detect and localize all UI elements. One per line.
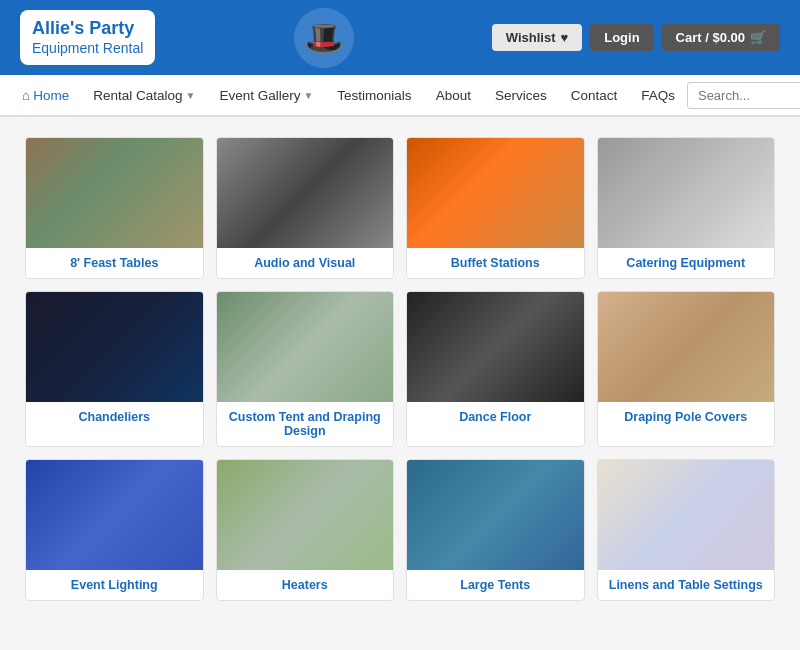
navbar: ⌂ Home Rental Catalog ▼ Event Gallery ▼ … xyxy=(0,75,800,117)
product-label: Heaters xyxy=(217,570,394,600)
grid-item[interactable]: Draping Pole Covers xyxy=(597,291,776,447)
product-image xyxy=(217,460,394,570)
product-image xyxy=(407,460,584,570)
product-label: Dance Floor xyxy=(407,402,584,432)
login-button[interactable]: Login xyxy=(590,24,653,51)
logo-line2: Equipment Rental xyxy=(32,40,143,57)
login-label: Login xyxy=(604,30,639,45)
product-label: Chandeliers xyxy=(26,402,203,432)
grid-item[interactable]: Audio and Visual xyxy=(216,137,395,279)
grid-item[interactable]: Event Lighting xyxy=(25,459,204,601)
product-label: Linens and Table Settings xyxy=(598,570,775,600)
nav-home[interactable]: ⌂ Home xyxy=(10,78,81,113)
product-image xyxy=(26,292,203,402)
product-label: Custom Tent and Draping Design xyxy=(217,402,394,446)
nav-rental-catalog[interactable]: Rental Catalog ▼ xyxy=(81,78,207,113)
grid-item[interactable]: Heaters xyxy=(216,459,395,601)
product-label: Draping Pole Covers xyxy=(598,402,775,432)
nav-event-gallery[interactable]: Event Gallery ▼ xyxy=(207,78,325,113)
product-grid: 8' Feast TablesAudio and VisualBuffet St… xyxy=(25,137,775,601)
search-container: 🔍 xyxy=(687,82,800,109)
product-image xyxy=(598,138,775,248)
product-image xyxy=(407,292,584,402)
product-image xyxy=(26,138,203,248)
product-image xyxy=(217,138,394,248)
product-image xyxy=(407,138,584,248)
wishlist-label: Wishlist xyxy=(506,30,556,45)
header: Allie's Party Equipment Rental 🎩 Wishlis… xyxy=(0,0,800,75)
grid-item[interactable]: Custom Tent and Draping Design xyxy=(216,291,395,447)
heart-icon: ♥ xyxy=(561,30,569,45)
cart-label: Cart / $0.00 xyxy=(676,30,745,45)
cart-icon: 🛒 xyxy=(750,30,766,45)
search-input[interactable] xyxy=(687,82,800,109)
product-label: Catering Equipment xyxy=(598,248,775,278)
wishlist-button[interactable]: Wishlist ♥ xyxy=(492,24,582,51)
product-label: Event Lighting xyxy=(26,570,203,600)
grid-item[interactable]: Linens and Table Settings xyxy=(597,459,776,601)
product-label: Large Tents xyxy=(407,570,584,600)
grid-item[interactable]: Buffet Stations xyxy=(406,137,585,279)
product-image xyxy=(598,292,775,402)
logo-line1: Allie's Party xyxy=(32,18,143,40)
grid-item[interactable]: Chandeliers xyxy=(25,291,204,447)
product-label: Buffet Stations xyxy=(407,248,584,278)
product-image xyxy=(217,292,394,402)
chevron-down-icon: ▼ xyxy=(185,90,195,101)
nav-about[interactable]: About xyxy=(424,78,483,113)
grid-item[interactable]: 8' Feast Tables xyxy=(25,137,204,279)
main-content: 8' Feast TablesAudio and VisualBuffet St… xyxy=(0,117,800,621)
product-label: 8' Feast Tables xyxy=(26,248,203,278)
grid-item[interactable]: Dance Floor xyxy=(406,291,585,447)
chevron-down-icon: ▼ xyxy=(303,90,313,101)
mascot-icon: 🎩 xyxy=(294,8,354,68)
home-icon: ⌂ xyxy=(22,88,30,103)
grid-item[interactable]: Large Tents xyxy=(406,459,585,601)
product-image xyxy=(26,460,203,570)
header-center: 🎩 xyxy=(294,8,354,68)
product-image xyxy=(598,460,775,570)
nav-contact[interactable]: Contact xyxy=(559,78,630,113)
header-actions: Wishlist ♥ Login Cart / $0.00 🛒 xyxy=(492,24,780,51)
nav-services[interactable]: Services xyxy=(483,78,559,113)
nav-testimonials[interactable]: Testimonials xyxy=(325,78,423,113)
grid-item[interactable]: Catering Equipment xyxy=(597,137,776,279)
logo[interactable]: Allie's Party Equipment Rental xyxy=(20,10,155,64)
nav-faqs[interactable]: FAQs xyxy=(629,78,687,113)
cart-button[interactable]: Cart / $0.00 🛒 xyxy=(662,24,780,51)
product-label: Audio and Visual xyxy=(217,248,394,278)
